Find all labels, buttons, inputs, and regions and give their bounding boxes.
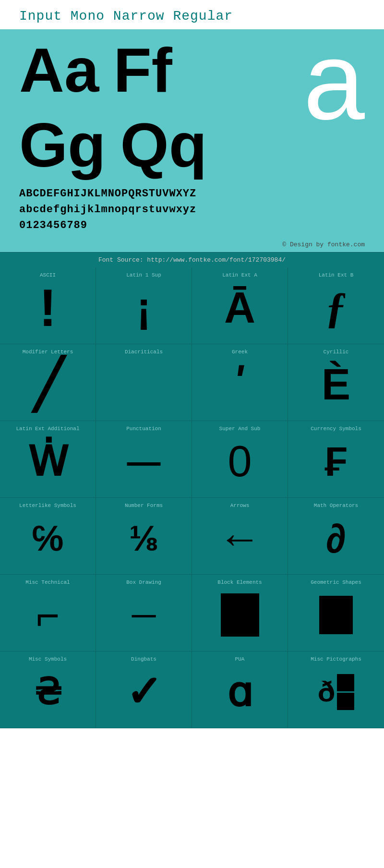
glyph-label-blockelements: Block Elements [197, 579, 283, 585]
glyph-cell-arrows: Arrows ← [192, 498, 288, 575]
glyph-cell-greek: Greek ʹ [192, 344, 288, 421]
glyph-char-exclaim: ! [39, 281, 57, 335]
glyph-cell-letterlike: Letterlike Symbols ℅ [0, 498, 96, 575]
glyph-label-boxdrawing: Box Drawing [101, 579, 187, 585]
char-a-white: a [303, 34, 365, 128]
glyph-char-invexclaim: ¡ [137, 281, 151, 335]
glyph-label-diacriticals: Diacriticals [101, 349, 187, 355]
glyph-char-horzline: ─ [132, 588, 156, 642]
alphabet-upper: ABCDEFGHIJKLMNOPQRSTUVWXYZ [19, 186, 365, 202]
preview-section: Aa Ff a Gg Qq [0, 29, 384, 176]
source-text: Font Source: http://www.fontke.com/font/… [98, 256, 286, 264]
glyph-label-latinexta: Latin Ext A [197, 272, 283, 278]
glyph-cell-misctechnical: Misc Technical ⌐ [0, 575, 96, 651]
glyph-cell-ascii: ASCII ! [0, 267, 96, 344]
glyph-char-zero: 0 [228, 434, 252, 489]
glyph-label-cyrillic: Cyrillic [293, 349, 379, 355]
glyph-cell-miscpicto: Misc Pictographs ð [288, 651, 384, 728]
digits: 0123456789 [19, 217, 365, 233]
glyph-label-misctechnical: Misc Technical [5, 579, 91, 585]
glyph-label-latinextb: Latin Ext B [293, 272, 379, 278]
glyph-char-hryvnia: ₴ [34, 665, 62, 719]
glyph-char-fullblock [221, 588, 259, 642]
glyph-cell-blockelements: Block Elements [192, 575, 288, 651]
glyph-char-egrave: È [322, 358, 350, 412]
glyph-char-wdot: Ẇ [28, 434, 68, 489]
glyph-label-letterlike: Letterlike Symbols [5, 503, 91, 508]
glyph-cell-latinexta: Latin Ext A Ā [192, 267, 288, 344]
glyph-char-oneeighth: ⅛ [129, 511, 159, 566]
glyph-char-partial: ∂ [326, 511, 346, 566]
block-shape [221, 593, 259, 637]
glyph-char-corner: ⌐ [36, 588, 60, 642]
glyph-cell-currencysymbols: Currency Symbols ₣ [288, 421, 384, 498]
glyph-label-miscpicto: Misc Pictographs [293, 656, 379, 662]
glyph-label-modletters: Modifier Letters [5, 349, 91, 355]
glyph-label-latin1sup: Latin 1 Sup [101, 272, 187, 278]
glyph-label-numberforms: Number Forms [101, 503, 187, 508]
glyph-label-geoshapes: Geometric Shapes [293, 579, 379, 585]
glyph-char-florin: ƒ [325, 281, 347, 335]
glyph-label-ascii: ASCII [5, 272, 91, 278]
glyph-cell-latinextb: Latin Ext B ƒ [288, 267, 384, 344]
glyph-cell-pua: PUA ɑ [192, 651, 288, 728]
glyph-char-leftarrow: ← [218, 511, 262, 566]
glyph-label-dingbats: Dingbats [101, 656, 187, 662]
glyph-cell-superandsub: Super And Sub 0 [192, 421, 288, 498]
glyph-cell-latinextadd: Latin Ext Additional Ẇ [0, 421, 96, 498]
glyph-grid: ASCII ! Latin 1 Sup ¡ Latin Ext A Ā Lati… [0, 267, 384, 728]
glyph-char-franc: ₣ [324, 434, 347, 489]
glyph-cell-numberforms: Number Forms ⅛ [96, 498, 192, 575]
glyph-label-arrows: Arrows [197, 503, 283, 508]
copyright-line: © Design by fontke.com [0, 238, 384, 252]
alphabet-section: ABCDEFGHIJKLMNOPQRSTUVWXYZ abcdefghijklm… [0, 176, 384, 238]
copyright-text: © Design by fontke.com [282, 241, 365, 248]
glyph-char-slash: ╱ [34, 358, 62, 412]
source-bar: Font Source: http://www.fontke.com/font/… [0, 252, 384, 267]
glyph-label-miscsymbols: Misc Symbols [5, 656, 91, 662]
glyph-cell-punctuation: Punctuation — [96, 421, 192, 498]
glyph-char-pictographs: ð [318, 665, 355, 719]
block-shape-small [319, 596, 353, 634]
glyph-label-currencysymbols: Currency Symbols [293, 426, 379, 432]
glyph-label-mathoperators: Math Operators [293, 503, 379, 508]
glyph-label-superandsub: Super And Sub [197, 426, 283, 432]
glyph-label-punctuation: Punctuation [101, 426, 187, 432]
glyph-char-alpha: ɑ [227, 665, 253, 719]
glyph-cell-cyrillic: Cyrillic È [288, 344, 384, 421]
glyph-char-amacron: Ā [224, 281, 255, 335]
glyph-cell-dingbats: Dingbats ✓ [96, 651, 192, 728]
glyph-cell-latin1sup: Latin 1 Sup ¡ [96, 267, 192, 344]
char-pair-qq: Qq [120, 114, 207, 176]
char-pair-gg: Gg [19, 114, 106, 176]
glyph-cell-mathoperators: Math Operators ∂ [288, 498, 384, 575]
bottom-section: Font Source: http://www.fontke.com/font/… [0, 252, 384, 728]
glyph-cell-modletters: Modifier Letters ╱ [0, 344, 96, 421]
glyph-cell-boxdrawing: Box Drawing ─ [96, 575, 192, 651]
glyph-char-blacksquare [319, 588, 353, 642]
glyph-label-latinextadd: Latin Ext Additional [5, 426, 91, 432]
glyph-cell-miscsymbols: Misc Symbols ₴ [0, 651, 96, 728]
glyph-cell-geoshapes: Geometric Shapes [288, 575, 384, 651]
glyph-char-careofpercent: ℅ [32, 511, 63, 566]
glyph-label-pua: PUA [197, 656, 283, 662]
glyph-cell-diacriticals: Diacriticals ˋ [96, 344, 192, 421]
glyph-label-greek: Greek [197, 349, 283, 355]
alphabet-lower: abcdefghijklmnopqrstuvwxyz [19, 202, 365, 217]
glyph-char-checkmark: ✓ [126, 665, 162, 719]
glyph-char-greekprime: ʹ [235, 358, 245, 412]
glyph-char-emdash: — [127, 434, 161, 489]
glyph-char-grave: ˋ [133, 358, 155, 412]
